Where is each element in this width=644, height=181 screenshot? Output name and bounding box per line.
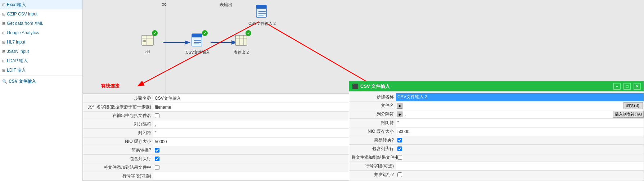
sidebar-item-google[interactable]: ⊞ Google Analytics (0, 28, 82, 37)
dialog-label-delimiter: 列分隔符 (349, 110, 396, 118)
dialog-input-stepname[interactable] (396, 93, 644, 101)
sidebar-item-getxml[interactable]: ⊞ Get data from XML (0, 19, 82, 28)
dialog-label-header: 包含列头行 (349, 145, 396, 153)
dialog-label-filename: 文件名 (349, 102, 396, 109)
minimize-button[interactable]: － (613, 83, 621, 90)
sidebar-item-ldap[interactable]: ⊞ LDAP 输入 (0, 56, 82, 65)
form-row-include-filename: 在输出中包括文件名 (83, 112, 360, 120)
ldap-icon: ⊞ (2, 59, 5, 63)
browse-button[interactable]: 浏览(B). (623, 102, 643, 109)
dialog-row-rownum: 行号字段(可选) (349, 162, 644, 171)
form-label-addfile: 将文件添加到结果文件中 (83, 164, 153, 171)
dialog-input-delimiter[interactable] (403, 110, 613, 118)
dialog-row-parallel: 并发运行? (349, 171, 644, 179)
dialog-title-text: CSV 文件输入 (360, 83, 613, 90)
dialog-label-enclosure: 封闭符 (349, 119, 396, 127)
dialog-input-nio[interactable] (396, 128, 644, 136)
node-csv2[interactable]: CSV文件输入 2 (248, 3, 276, 26)
form-row-rownum: 行号字段(可选) (83, 172, 360, 181)
form-row-addfile: 将文件添加到结果文件中 (83, 163, 360, 172)
node-dd-icon: dd ✓ (139, 32, 156, 49)
form-input-enclosure[interactable] (153, 129, 360, 137)
sidebar-item-ldif[interactable]: ⊞ LDIF 输入 (0, 65, 82, 75)
form-row-delimiter: 列分隔符 (83, 120, 360, 129)
insert-tab-button[interactable]: 插入制表符(TAI (613, 111, 644, 118)
dialog-check-parallel[interactable] (397, 172, 402, 177)
excel-icon: ⊞ (2, 3, 5, 7)
close-button[interactable]: ✕ (634, 83, 641, 90)
restore-button[interactable]: □ (623, 83, 631, 90)
svg-rect-18 (235, 35, 247, 45)
form-input-stepname[interactable] (153, 95, 360, 103)
svg-line-3 (266, 23, 378, 88)
form-input-filename-field[interactable] (153, 103, 360, 111)
dialog-row-header: 包含列头行 (349, 145, 644, 153)
form-check-header[interactable] (155, 157, 159, 161)
dialog-panel: ⬛ CSV 文件输入 － □ ✕ 步骤名称 文件名 ◆ 浏览(B). (349, 81, 644, 181)
dialog-check-addfile[interactable] (397, 155, 402, 160)
node-csv1-check: ✓ (202, 30, 208, 36)
node-csv2-label: CSV文件输入 2 (248, 21, 276, 26)
form-input-nio-buffer[interactable] (153, 138, 360, 146)
form-input-delimiter[interactable] (153, 121, 360, 128)
dialog-title-bar: ⬛ CSV 文件输入 － □ ✕ (349, 81, 644, 91)
node-csv1-icon: ✓ (189, 32, 206, 49)
dialog-title-icon: ⬛ (352, 83, 358, 89)
form-row-nio-buffer: NIO 缓存大小 (83, 137, 360, 146)
svg-rect-5 (256, 5, 266, 9)
dialog-row-delimiter: 列分隔符 ◆ 插入制表符(TAI (349, 110, 644, 119)
dialog-input-rownum[interactable] (396, 162, 644, 170)
node-tableout2-label: 表输出 2 (234, 50, 249, 55)
dialog-check-lazy[interactable] (397, 138, 402, 142)
form-check-lazy[interactable] (155, 148, 159, 153)
node-tableout2-check: ✓ (246, 30, 251, 36)
dialog-row-addfile: 将文件添加到结果文件中 (349, 153, 644, 162)
node-tableout2[interactable]: ✓ 表输出 2 (233, 32, 250, 55)
sidebar-item-csv[interactable]: 🔍 CSV 文件输入 (0, 77, 82, 86)
sidebar-item-gzip[interactable]: ⊞ GZIP CSV input (0, 9, 82, 19)
dialog-row-filename: 文件名 ◆ 浏览(B). (349, 101, 644, 110)
win-controls: － □ ✕ (613, 83, 641, 90)
dialog-row-nio: NIO 缓存大小 (349, 127, 644, 136)
dialog-label-stepname: 步骤名称 (349, 93, 396, 101)
dialog-label-rownum: 行号字段(可选) (349, 162, 396, 170)
svg-text:dd: dd (143, 39, 146, 42)
form-label-enclosure: 封闭符 (83, 129, 153, 137)
dialog-diamond-delimiter[interactable]: ◆ (397, 112, 402, 117)
dialog-input-filename[interactable] (403, 102, 623, 110)
node-dd[interactable]: dd ✓ dd (139, 32, 156, 54)
dialog-label-parallel: 并发运行? (349, 171, 396, 178)
form-label-lazy: 简易转换? (83, 146, 153, 154)
dialog-row-stepname: 步骤名称 (349, 93, 644, 101)
sidebar-divider (0, 76, 82, 76)
red-label-wired: 有线连接 (101, 83, 120, 89)
form-label-stepname: 步骤名称 (83, 95, 153, 102)
dialog-check-header[interactable] (397, 146, 402, 151)
gzip-icon: ⊞ (2, 12, 5, 17)
dialog-input-enclosure[interactable] (396, 119, 644, 127)
sidebar-item-hl7[interactable]: ⊞ HL7 input (0, 37, 82, 47)
csv-search-icon: 🔍 (2, 79, 7, 84)
svg-rect-14 (192, 34, 202, 37)
sidebar: ⊞ Excel输入 ⊞ GZIP CSV input ⊞ Get data fr… (0, 0, 83, 181)
sidebar-item-json[interactable]: ⊞ JSON input (0, 47, 82, 56)
form-label-delimiter: 列分隔符 (83, 121, 153, 128)
node-csv1[interactable]: ✓ CSV文件输入 (186, 32, 210, 55)
form-input-rownum[interactable] (153, 172, 360, 180)
google-icon: ⊞ (2, 31, 5, 35)
dialog-label-lazy: 简易转换? (349, 136, 396, 144)
form-check-addfile[interactable] (155, 165, 159, 170)
form-row-enclosure: 封闭符 (83, 129, 360, 137)
canvas-area: xc 表输出 (83, 0, 644, 181)
form-label-filename-field: 文件名字段(数据来源于前一步骤) (83, 103, 153, 111)
dialog-row-enclosure: 封闭符 (349, 119, 644, 127)
node-dd-label: dd (145, 50, 150, 54)
xc-label: xc (162, 2, 166, 7)
dialog-label-nio: NIO 缓存大小 (349, 128, 396, 135)
sidebar-item-excel[interactable]: ⊞ Excel输入 (0, 0, 82, 9)
form-label-header: 包含列头行 (83, 155, 153, 163)
hl7-icon: ⊞ (2, 40, 5, 45)
form-row-stepname: 步骤名称 (83, 94, 360, 103)
dialog-diamond-filename[interactable]: ◆ (397, 103, 402, 109)
form-check-include-filename[interactable] (155, 113, 159, 118)
